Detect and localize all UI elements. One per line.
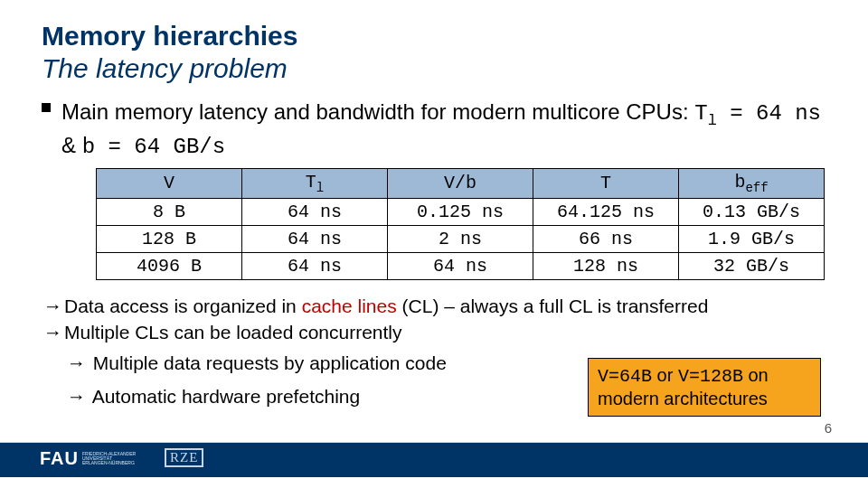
slide: Memory hierarchies The latency problem M…: [0, 0, 868, 488]
tl-sub: l: [708, 112, 717, 129]
cell: 2 ns: [388, 225, 533, 252]
page-number: 6: [825, 420, 832, 436]
table-row: 4096 B 64 ns 64 ns 128 ns 32 GB/s: [97, 252, 825, 279]
cell: 8 B: [97, 198, 242, 225]
fau-logo-text: FAU: [40, 448, 79, 469]
bullet-main-text: Main memory latency and bandwidth for mo…: [61, 99, 821, 157]
note1c: (CL) – always a full CL is transferred: [397, 296, 709, 316]
footer-bar: FAU FRIEDRICH-ALEXANDER UNIVERSITÄT ERLA…: [0, 443, 868, 477]
cell: 128 B: [97, 225, 242, 252]
title-line-2: The latency problem: [42, 52, 826, 85]
amp: &: [61, 133, 82, 157]
fau-logo-sub: FRIEDRICH-ALEXANDER UNIVERSITÄT ERLANGEN…: [82, 452, 136, 466]
callout-or: or: [652, 365, 678, 385]
note2: Multiple CLs can be loaded concurrently: [64, 322, 402, 343]
square-bullet-icon: [42, 103, 51, 112]
col-V: V: [97, 168, 242, 198]
note-line-2: →Multiple CLs can be loaded concurrently: [42, 319, 826, 345]
eq2-lhs: b: [82, 135, 95, 159]
bullet-pre: Main memory latency and bandwidth for mo…: [61, 99, 694, 124]
col-T: T: [533, 168, 679, 198]
note1b-red: cache lines: [302, 296, 397, 316]
cell: 128 ns: [533, 252, 679, 279]
arrow-icon: →: [67, 386, 86, 407]
callout-a: V=64B: [598, 366, 652, 387]
col-Vb: V/b: [388, 168, 533, 198]
tl-label: T: [694, 101, 707, 126]
col-Tl: Tl: [242, 168, 388, 198]
arrow-icon: →: [43, 296, 62, 316]
callout-box: V=64B or V=128B on modern architectures: [588, 358, 821, 417]
cell: 64 ns: [242, 252, 388, 279]
fau-logo: FAU FRIEDRICH-ALEXANDER UNIVERSITÄT ERLA…: [40, 448, 136, 469]
cell: 64 ns: [242, 198, 388, 225]
sub2: Automatic hardware prefetching: [88, 386, 360, 407]
table-header-row: V Tl V/b T beff: [97, 168, 825, 198]
cell: 32 GB/s: [679, 252, 825, 279]
table-row: 128 B 64 ns 2 ns 66 ns 1.9 GB/s: [97, 225, 825, 252]
slide-title: Memory hierarchies The latency problem: [42, 20, 826, 85]
sub1: Multiple data requests by application co…: [88, 352, 447, 373]
cell: 0.13 GB/s: [679, 198, 825, 225]
col-beff: beff: [679, 168, 825, 198]
title-line-1: Memory hierarchies: [42, 20, 826, 52]
arrow-icon: →: [43, 322, 62, 343]
eq1: = 64 ns: [717, 101, 821, 126]
cell: 1.9 GB/s: [679, 225, 825, 252]
cell: 0.125 ns: [388, 198, 533, 225]
arrow-icon: →: [67, 352, 86, 373]
callout-b: V=128B: [678, 366, 743, 387]
note1a: Data access is organized in: [64, 296, 302, 316]
rrze-logo: RZE: [165, 448, 203, 467]
cell: 64 ns: [388, 252, 533, 279]
cell: 64.125 ns: [533, 198, 679, 225]
cell: 4096 B: [97, 252, 242, 279]
latency-table: V Tl V/b T beff 8 B 64 ns 0.125 ns 64.12…: [96, 168, 825, 280]
cell: 66 ns: [533, 225, 679, 252]
note-line-1: →Data access is organized in cache lines…: [42, 293, 826, 319]
table-row: 8 B 64 ns 0.125 ns 64.125 ns 0.13 GB/s: [97, 198, 825, 225]
eq2: = 64 GB/s: [95, 135, 225, 159]
bullet-main: Main memory latency and bandwidth for mo…: [42, 98, 826, 161]
cell: 64 ns: [242, 225, 388, 252]
